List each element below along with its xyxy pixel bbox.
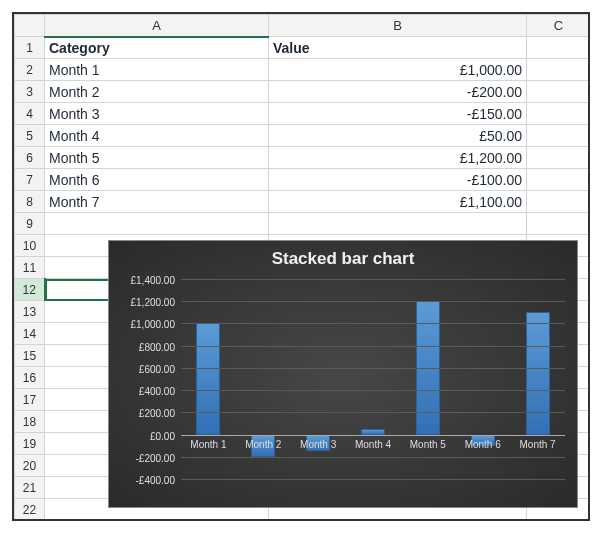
- chart-gridline: £0.00: [181, 435, 565, 436]
- chart-x-tick-label: Month 7: [513, 439, 563, 450]
- chart-y-tick-label: £800.00: [117, 341, 181, 352]
- row-header[interactable]: 2: [15, 59, 45, 81]
- row-header[interactable]: 22: [15, 499, 45, 521]
- row-header[interactable]: 8: [15, 191, 45, 213]
- chart-y-tick-label: £400.00: [117, 386, 181, 397]
- row-header[interactable]: 16: [15, 367, 45, 389]
- chart-gridline: £200.00: [181, 412, 565, 413]
- cell-B9[interactable]: [269, 213, 527, 235]
- embedded-chart[interactable]: Stacked bar chart Month 1Month 2Month 3M…: [108, 240, 578, 508]
- chart-y-tick-label: £600.00: [117, 363, 181, 374]
- row-header[interactable]: 6: [15, 147, 45, 169]
- row-header[interactable]: 4: [15, 103, 45, 125]
- row-header[interactable]: 13: [15, 301, 45, 323]
- chart-y-tick-label: £1,400.00: [117, 275, 181, 286]
- row-header[interactable]: 21: [15, 477, 45, 499]
- chart-gridline: £800.00: [181, 346, 565, 347]
- chart-x-tick-label: Month 1: [183, 439, 233, 450]
- cell-C23[interactable]: [527, 521, 591, 522]
- row-header[interactable]: 20: [15, 455, 45, 477]
- cell-B6[interactable]: £1,200.00: [269, 147, 527, 169]
- column-header-c[interactable]: C: [527, 15, 591, 37]
- row-header[interactable]: 19: [15, 433, 45, 455]
- cell-B3[interactable]: -£200.00: [269, 81, 527, 103]
- chart-x-tick-label: Month 3: [293, 439, 343, 450]
- chart-gridline: -£200.00: [181, 457, 565, 458]
- chart-gridline: £400.00: [181, 390, 565, 391]
- chart-gridline: £1,400.00: [181, 279, 565, 280]
- cell-B5[interactable]: £50.00: [269, 125, 527, 147]
- cell-B1[interactable]: Value: [269, 37, 527, 59]
- chart-gridline: £1,000.00: [181, 323, 565, 324]
- spreadsheet: A B C 1CategoryValue2Month 1£1,000.003Mo…: [12, 12, 590, 521]
- chart-gridline: £1,200.00: [181, 301, 565, 302]
- row-header[interactable]: 7: [15, 169, 45, 191]
- cell-B23[interactable]: [269, 521, 527, 522]
- cell-A3[interactable]: Month 2: [45, 81, 269, 103]
- cell-C5[interactable]: [527, 125, 591, 147]
- chart-plot-area: Month 1Month 2Month 3Month 4Month 5Month…: [181, 279, 565, 479]
- cell-A23[interactable]: [45, 521, 269, 522]
- row-header[interactable]: 9: [15, 213, 45, 235]
- row-header[interactable]: 5: [15, 125, 45, 147]
- cell-A8[interactable]: Month 7: [45, 191, 269, 213]
- row-header[interactable]: 12: [15, 279, 45, 301]
- chart-x-tick-label: Month 6: [458, 439, 508, 450]
- chart-title: Stacked bar chart: [109, 241, 577, 273]
- cell-C4[interactable]: [527, 103, 591, 125]
- chart-y-tick-label: £1,000.00: [117, 319, 181, 330]
- cell-B2[interactable]: £1,000.00: [269, 59, 527, 81]
- row-header[interactable]: 23: [15, 521, 45, 522]
- row-header[interactable]: 17: [15, 389, 45, 411]
- select-all-corner[interactable]: [15, 15, 45, 37]
- cell-C3[interactable]: [527, 81, 591, 103]
- cell-A9[interactable]: [45, 213, 269, 235]
- chart-y-tick-label: £0.00: [117, 430, 181, 441]
- chart-y-tick-label: -£400.00: [117, 475, 181, 486]
- chart-y-tick-label: £1,200.00: [117, 297, 181, 308]
- cell-C8[interactable]: [527, 191, 591, 213]
- cell-C9[interactable]: [527, 213, 591, 235]
- row-header[interactable]: 18: [15, 411, 45, 433]
- chart-bar[interactable]: [526, 312, 550, 434]
- cell-A6[interactable]: Month 5: [45, 147, 269, 169]
- chart-gridline: -£400.00: [181, 479, 565, 480]
- chart-y-tick-label: £200.00: [117, 408, 181, 419]
- column-header-b[interactable]: B: [269, 15, 527, 37]
- chart-y-tick-label: -£200.00: [117, 452, 181, 463]
- cell-B8[interactable]: £1,100.00: [269, 191, 527, 213]
- cell-C6[interactable]: [527, 147, 591, 169]
- row-header[interactable]: 3: [15, 81, 45, 103]
- cell-B4[interactable]: -£150.00: [269, 103, 527, 125]
- row-header[interactable]: 15: [15, 345, 45, 367]
- column-header-row: A B C: [15, 15, 591, 37]
- row-header[interactable]: 11: [15, 257, 45, 279]
- cell-C7[interactable]: [527, 169, 591, 191]
- cell-A2[interactable]: Month 1: [45, 59, 269, 81]
- chart-x-tick-label: Month 2: [238, 439, 288, 450]
- chart-gridline: £600.00: [181, 368, 565, 369]
- cell-A7[interactable]: Month 6: [45, 169, 269, 191]
- cell-A5[interactable]: Month 4: [45, 125, 269, 147]
- cell-A1[interactable]: Category: [45, 37, 269, 59]
- chart-x-tick-label: Month 4: [348, 439, 398, 450]
- row-header[interactable]: 14: [15, 323, 45, 345]
- row-header[interactable]: 10: [15, 235, 45, 257]
- cell-C2[interactable]: [527, 59, 591, 81]
- chart-bar[interactable]: [196, 323, 220, 434]
- row-header[interactable]: 1: [15, 37, 45, 59]
- cell-B7[interactable]: -£100.00: [269, 169, 527, 191]
- cell-A4[interactable]: Month 3: [45, 103, 269, 125]
- cell-C1[interactable]: [527, 37, 591, 59]
- chart-x-tick-label: Month 5: [403, 439, 453, 450]
- column-header-a[interactable]: A: [45, 15, 269, 37]
